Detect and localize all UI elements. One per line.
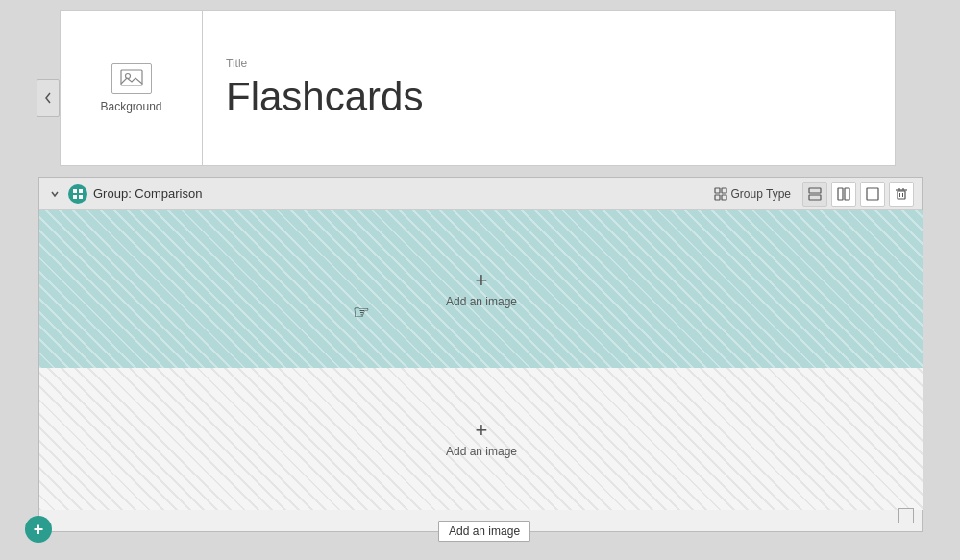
- add-image-label-top: Add an image: [446, 295, 517, 308]
- add-button[interactable]: +: [25, 516, 52, 543]
- svg-rect-0: [121, 70, 142, 85]
- svg-rect-9: [722, 195, 726, 200]
- svg-rect-4: [73, 195, 77, 199]
- svg-rect-10: [809, 188, 821, 193]
- svg-rect-7: [722, 188, 726, 193]
- bottom-pane[interactable]: + Add an image: [39, 368, 923, 510]
- group-type-label: Group Type: [731, 187, 791, 201]
- group-toolbar: Group Type: [706, 182, 914, 207]
- group-type-button[interactable]: Group Type: [706, 185, 799, 203]
- svg-rect-5: [79, 195, 83, 199]
- group-header: Group: Comparison Group Type: [39, 178, 922, 210]
- resize-handle[interactable]: [898, 508, 914, 523]
- svg-rect-15: [898, 191, 905, 199]
- group-label: Group: Comparison: [93, 186, 701, 201]
- slide-panel: Background Title Flashcards: [60, 10, 896, 166]
- svg-rect-14: [867, 188, 878, 200]
- svg-point-1: [125, 73, 130, 78]
- layout-btn-1[interactable]: [802, 182, 827, 207]
- top-pane[interactable]: + Add an image: [39, 210, 923, 368]
- svg-rect-12: [838, 188, 843, 200]
- group-type-icon: [68, 184, 87, 204]
- background-image-icon: [111, 63, 152, 94]
- title-small: Title: [226, 57, 872, 70]
- slide-title-area: Title Flashcards: [203, 11, 895, 165]
- svg-rect-8: [715, 195, 720, 200]
- group-container: Group: Comparison Group Type: [38, 177, 923, 532]
- group-collapse-button[interactable]: [47, 186, 62, 202]
- add-image-plus-bottom: +: [476, 420, 488, 441]
- background-label: Background: [100, 100, 161, 113]
- svg-rect-2: [73, 189, 77, 193]
- add-image-plus-top: +: [476, 270, 488, 291]
- svg-rect-13: [845, 188, 849, 200]
- svg-rect-3: [79, 189, 83, 193]
- svg-rect-11: [809, 195, 821, 200]
- collapse-tab[interactable]: [37, 79, 60, 117]
- layout-btn-2[interactable]: [831, 182, 856, 207]
- svg-rect-6: [715, 188, 720, 193]
- add-image-label-bottom: Add an image: [446, 445, 517, 458]
- title-large: Flashcards: [226, 74, 872, 120]
- add-image-tooltip: Add an image: [438, 521, 530, 542]
- slide-background-area[interactable]: Background: [61, 11, 203, 165]
- delete-button[interactable]: [889, 182, 914, 207]
- layout-btn-3[interactable]: [860, 182, 885, 207]
- add-button-icon: +: [34, 521, 44, 538]
